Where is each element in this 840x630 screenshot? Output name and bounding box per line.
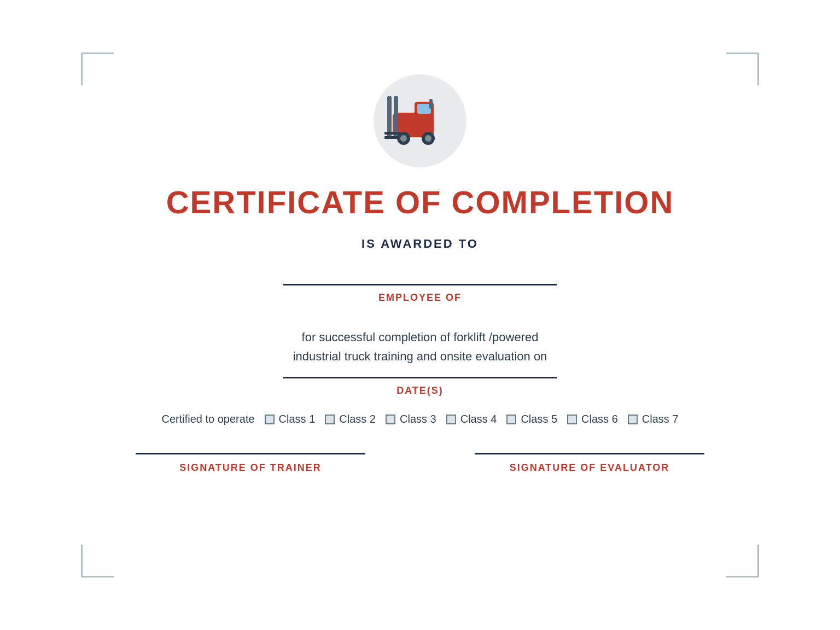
class-6-checkbox[interactable]	[567, 415, 577, 424]
class-3-label: Class 3	[400, 413, 436, 425]
corner-bracket-bottom-left	[81, 545, 114, 578]
svg-rect-4	[394, 96, 398, 137]
class-7-checkbox[interactable]	[628, 415, 638, 424]
class-2-label: Class 2	[339, 413, 376, 425]
class-3-item: Class 3	[386, 413, 436, 425]
class-2-checkbox[interactable]	[325, 415, 335, 424]
forklift-icon-container	[374, 74, 466, 167]
svg-rect-11	[429, 99, 433, 109]
class-6-label: Class 6	[581, 413, 618, 425]
certified-row: Certified to operate Class 1 Class 2 Cla…	[161, 413, 678, 425]
evaluator-signature-label: SIGNATURE OF EVALUATOR	[510, 462, 670, 474]
svg-point-8	[400, 135, 407, 142]
employee-underline	[283, 284, 557, 285]
svg-rect-5	[384, 132, 401, 135]
date-line-container: DATE(S)	[256, 377, 584, 396]
date-underline	[283, 377, 557, 378]
trainer-signature-line	[136, 453, 365, 454]
signature-row: SIGNATURE OF TRAINER SIGNATURE OF EVALUA…	[103, 453, 737, 474]
class-2-item: Class 2	[325, 413, 376, 425]
corner-bracket-bottom-right	[726, 545, 759, 578]
class-4-item: Class 4	[446, 413, 497, 425]
employee-label: EMPLOYEE OF	[378, 292, 462, 304]
certificate: CERTIFICATE OF COMPLETION IS AWARDED TO …	[70, 42, 770, 588]
class-1-checkbox[interactable]	[265, 415, 275, 424]
svg-rect-3	[387, 96, 392, 137]
class-5-checkbox[interactable]	[506, 415, 516, 424]
evaluator-signature-line	[475, 453, 704, 454]
trainer-signature-label: SIGNATURE OF TRAINER	[179, 462, 322, 474]
awarded-to-label: IS AWARDED TO	[361, 237, 479, 251]
class-3-checkbox[interactable]	[386, 415, 395, 424]
class-4-checkbox[interactable]	[446, 415, 456, 424]
corner-bracket-top-right	[726, 52, 759, 85]
class-1-label: Class 1	[279, 413, 316, 425]
class-4-label: Class 4	[460, 413, 497, 425]
description-text: for successful completion of forklift /p…	[293, 328, 547, 366]
class-7-label: Class 7	[642, 413, 679, 425]
class-1-item: Class 1	[265, 413, 316, 425]
employee-line-container: EMPLOYEE OF	[256, 284, 584, 304]
svg-rect-2	[417, 104, 431, 114]
class-5-label: Class 5	[521, 413, 557, 425]
class-7-item: Class 7	[628, 413, 679, 425]
certificate-title: CERTIFICATE OF COMPLETION	[166, 184, 674, 220]
certified-label: Certified to operate	[161, 413, 254, 425]
corner-bracket-top-left	[81, 52, 114, 85]
class-6-item: Class 6	[567, 413, 618, 425]
trainer-signature-block: SIGNATURE OF TRAINER	[136, 453, 365, 474]
class-5-item: Class 5	[506, 413, 557, 425]
svg-point-10	[425, 135, 431, 142]
forklift-icon	[384, 91, 456, 151]
evaluator-signature-block: SIGNATURE OF EVALUATOR	[475, 453, 704, 474]
date-label: DATE(S)	[396, 385, 444, 396]
